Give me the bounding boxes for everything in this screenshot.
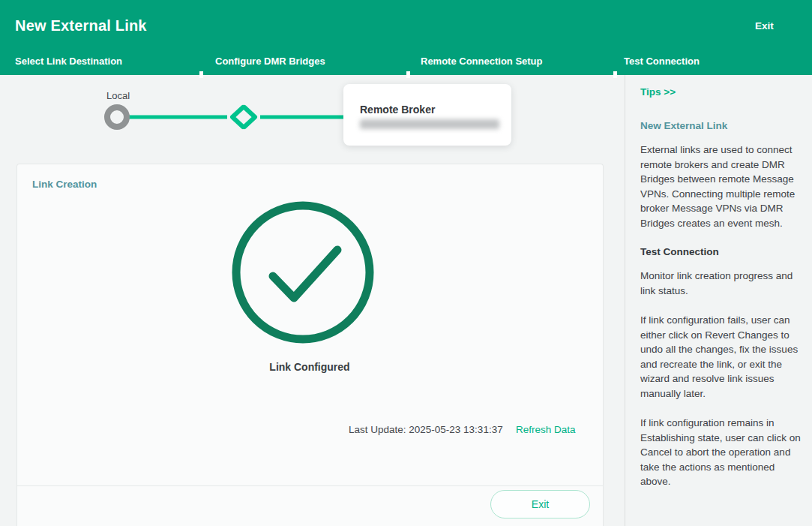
step-select-link-destination[interactable]: Select Link Destination [0, 56, 203, 71]
header-exit-button[interactable]: Exit [755, 20, 774, 32]
panel-footer-divider [17, 485, 603, 486]
new-external-link-wizard: New External Link Exit Select Link Desti… [0, 0, 812, 526]
remote-broker-card: Remote Broker [343, 84, 511, 146]
refresh-data-link[interactable]: Refresh Data [516, 424, 576, 435]
connection-diagram [0, 75, 624, 158]
exit-button[interactable]: Exit [490, 490, 590, 518]
step-test-connection[interactable]: Test Connection [609, 56, 812, 71]
panel-title: Link Creation [32, 179, 97, 190]
page-title: New External Link [15, 17, 147, 35]
tips-sidebar: Tips >> New External Link External links… [625, 75, 812, 526]
status-label: Link Configured [235, 361, 385, 373]
success-check-icon [226, 196, 383, 353]
tips-toggle-link[interactable]: Tips >> [640, 86, 801, 98]
wizard-header: New External Link Exit Select Link Desti… [0, 0, 812, 75]
tips-section-heading: New External Link [640, 120, 801, 131]
tips-paragraph: Monitor link creation progress and link … [640, 269, 802, 298]
link-creation-panel: Link Creation Link Configured Last Updat… [16, 164, 604, 526]
last-update-text: Last Update: 2025-05-23 13:31:37 [349, 424, 503, 435]
tips-section-heading: Test Connection [640, 246, 801, 257]
tips-paragraph: If link configuration fails, user can ei… [640, 313, 802, 401]
tips-paragraph: If link configuration remains in Establi… [640, 416, 802, 489]
local-node-icon [107, 107, 127, 127]
redacted-text [360, 119, 499, 129]
step-remote-connection-setup[interactable]: Remote Connection Setup [406, 56, 609, 71]
bidirectional-arrows-icon [232, 107, 255, 127]
tips-paragraph: External links are used to connect remot… [640, 143, 802, 230]
remote-broker-title: Remote Broker [360, 104, 435, 116]
step-configure-dmr-bridges[interactable]: Configure DMR Bridges [200, 56, 406, 71]
